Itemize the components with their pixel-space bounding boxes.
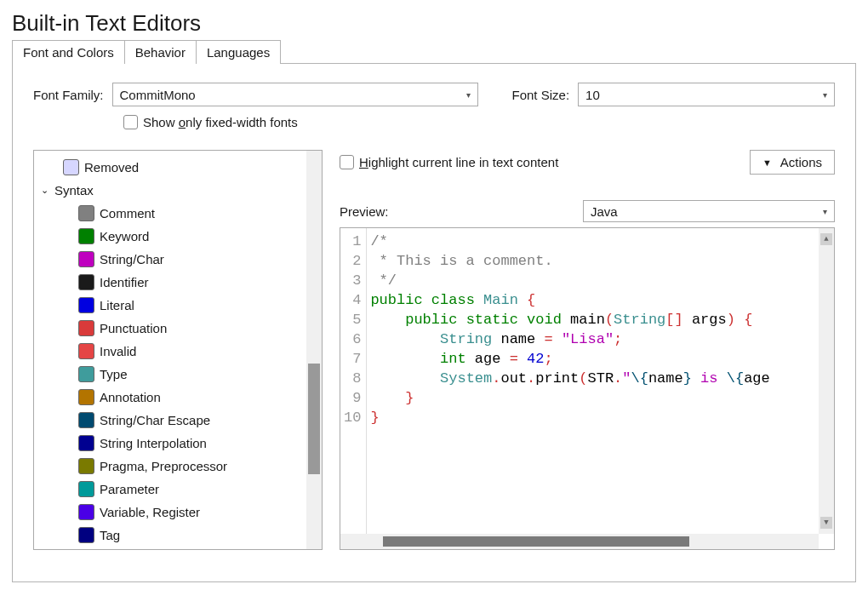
tab-font-and-colors[interactable]: Font and Colors (12, 40, 125, 64)
tree-item-label: Invalid (100, 344, 136, 358)
scroll-down-icon[interactable]: ▼ (820, 517, 832, 529)
tree-item[interactable]: String/Char (41, 248, 306, 271)
color-swatch (78, 458, 94, 474)
tab-bar: Font and ColorsBehaviorLanguages (12, 40, 856, 64)
tree-item-label: String Interpolation (100, 436, 207, 450)
color-swatch (78, 343, 94, 359)
tab-behavior[interactable]: Behavior (124, 40, 197, 64)
tree-item[interactable]: String Interpolation (41, 432, 306, 455)
tree-item[interactable]: Tag (41, 524, 306, 547)
color-swatch (78, 320, 94, 336)
color-swatch (78, 366, 94, 382)
tree-item[interactable]: Keyword (41, 225, 306, 248)
editor-scrollbar-h-thumb[interactable] (383, 536, 689, 547)
color-swatch (78, 412, 94, 428)
editor-scrollbar-v[interactable]: ▲ ▼ (819, 228, 834, 534)
tree-item[interactable]: Literal (41, 294, 306, 317)
font-family-combo[interactable]: CommitMono ▾ (112, 83, 478, 106)
tree-item[interactable]: Invalid (41, 340, 306, 363)
tree-item[interactable]: Variable, Register (41, 501, 306, 524)
page-title: Built-in Text Editors (12, 10, 856, 37)
preview-label: Preview: (340, 204, 569, 219)
tree-item-label: Tag (100, 528, 120, 542)
tree-item[interactable]: Parameter (41, 478, 306, 501)
tree-item[interactable]: Comment (41, 202, 306, 225)
tree-item-label: Parameter (100, 482, 159, 496)
highlight-line-checkbox[interactable] (340, 155, 354, 169)
tree-item-label: Removed (84, 160, 139, 175)
color-swatch (63, 159, 79, 175)
tree-item[interactable]: Type (41, 363, 306, 386)
preview-editor: 12345678910 /* * This is a comment. */pu… (340, 227, 835, 550)
actions-label: Actions (780, 155, 822, 169)
tree-item[interactable]: Annotation (41, 386, 306, 409)
color-swatch (78, 228, 94, 244)
color-swatch (78, 297, 94, 313)
tree-item-label: Literal (100, 298, 134, 312)
tab-languages[interactable]: Languages (196, 40, 281, 64)
tree-item-label: String/Char Escape (100, 413, 210, 427)
tree-scrollbar[interactable] (306, 151, 322, 549)
color-swatch (78, 389, 94, 405)
color-tree: Removed⌄SyntaxCommentKeywordString/CharI… (33, 150, 323, 550)
chevron-down-icon: ▾ (466, 90, 471, 100)
color-swatch (78, 481, 94, 497)
scroll-up-icon[interactable]: ▲ (820, 233, 832, 245)
color-swatch (78, 504, 94, 520)
tree-item-label: Type (100, 367, 128, 381)
tree-item-label: Comment (100, 206, 155, 221)
editor-gutter: 12345678910 (340, 228, 367, 549)
fixed-width-checkbox[interactable] (123, 115, 138, 129)
fixed-width-label: Show only fixed-width fonts (143, 115, 298, 129)
tree-item[interactable]: Removed (41, 156, 306, 179)
color-swatch (78, 527, 94, 543)
tree-item-label: Identifier (100, 275, 149, 289)
tree-scrollbar-thumb[interactable] (308, 364, 320, 474)
font-size-combo[interactable]: 10 ▾ (578, 83, 835, 106)
tree-item-label: Keyword (100, 229, 149, 243)
editor-code[interactable]: /* * This is a comment. */public class M… (367, 228, 834, 549)
tree-item[interactable]: Identifier (41, 271, 306, 294)
tree-item-label: String/Char (100, 252, 164, 266)
tree-item-label: Punctuation (100, 321, 167, 335)
preview-lang-value: Java (591, 204, 618, 219)
tree-item[interactable]: Pragma, Preprocessor (41, 455, 306, 478)
font-family-value: CommitMono (120, 88, 196, 102)
preview-lang-combo[interactable]: Java ▾ (583, 200, 835, 222)
tree-item[interactable]: String/Char Escape (41, 409, 306, 432)
highlight-line-label: Highlight current line in text content (359, 155, 558, 169)
tree-item-label: Variable, Register (100, 505, 200, 519)
triangle-down-icon: ▼ (762, 158, 772, 168)
editor-scrollbar-h[interactable] (340, 534, 819, 549)
chevron-down-icon[interactable]: ⌄ (41, 185, 49, 196)
tree-group[interactable]: ⌄Syntax (41, 179, 306, 202)
chevron-down-icon: ▾ (823, 207, 827, 216)
color-swatch (78, 251, 94, 267)
font-size-value: 10 (585, 88, 600, 102)
tree-item-label: Syntax (54, 183, 94, 198)
chevron-down-icon: ▾ (823, 90, 827, 100)
color-swatch (78, 205, 94, 221)
tree-item-label: Annotation (100, 390, 161, 404)
font-family-label: Font Family: (33, 88, 104, 102)
actions-button[interactable]: ▼ Actions (750, 150, 835, 175)
color-swatch (78, 274, 94, 290)
tree-item-label: Pragma, Preprocessor (100, 459, 227, 473)
tab-panel-font-colors: Font Family: CommitMono ▾ Font Size: 10 … (12, 63, 856, 582)
color-swatch (78, 435, 94, 451)
font-size-label: Font Size: (512, 88, 570, 102)
tree-item[interactable]: Punctuation (41, 317, 306, 340)
